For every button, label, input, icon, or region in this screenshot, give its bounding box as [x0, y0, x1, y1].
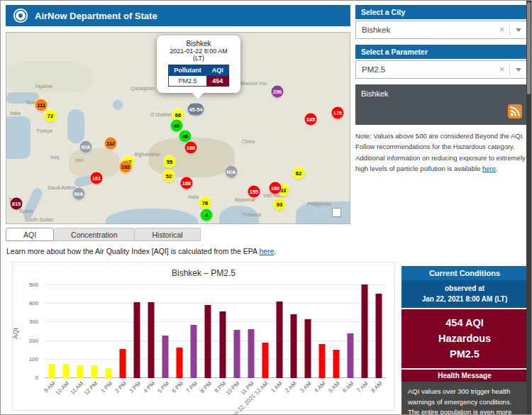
clear-icon[interactable]: × — [494, 25, 509, 35]
aqi-marker[interactable]: 76 — [199, 197, 211, 209]
aqi-marker[interactable]: 168 — [270, 182, 282, 194]
aqi-marker[interactable]: 166 — [185, 142, 197, 154]
map-country-label: Saudi Arabia — [48, 185, 76, 190]
observed-at: observed at Jan 22, 2021 8:00 AM (LT) — [401, 280, 528, 308]
aqi-marker[interactable]: 168 — [181, 177, 193, 189]
gridline — [45, 284, 386, 285]
chart-bar[interactable] — [304, 319, 311, 378]
map-country-label: China — [242, 139, 255, 144]
aqi-marker[interactable]: 55 — [164, 156, 176, 168]
popup-pollutant-value: PM2.5 — [169, 76, 207, 87]
chart-bar[interactable] — [106, 368, 112, 378]
chart-bar[interactable] — [205, 305, 211, 378]
select-parameter-label: Select a Parameter — [355, 45, 528, 59]
aqi-marker[interactable]: 48 — [171, 120, 183, 132]
map-control[interactable] — [332, 208, 341, 217]
chart-bar[interactable] — [347, 333, 353, 378]
tab-aqi[interactable]: AQI — [6, 228, 54, 241]
chart-bar[interactable] — [162, 336, 169, 378]
chart-bar[interactable] — [134, 302, 140, 378]
map-popup: Bishkek 2021-01-22 8:00 AM (LT) Pollutan… — [157, 35, 240, 93]
aqi-marker[interactable]: 155 — [248, 186, 260, 198]
popup-col-aqi: AQI — [206, 65, 228, 76]
aqi-marker[interactable]: 45-54 — [187, 104, 204, 116]
aqi-marker[interactable]: 52 — [163, 170, 175, 182]
chart-title: Bishkek – PM2.5 — [13, 268, 394, 278]
aqi-marker[interactable]: 250 — [272, 86, 284, 98]
y-tick: 300 — [29, 319, 38, 325]
tab-historical[interactable]: Historical — [135, 228, 200, 241]
map-water-caspian — [67, 109, 84, 143]
observed-at-time: Jan 22, 2021 8:00 AM (LT) — [401, 294, 528, 304]
chart-bar[interactable] — [177, 348, 183, 378]
rss-city-label: Bishkek — [361, 89, 389, 98]
aqi-marker[interactable]: 161 — [91, 172, 103, 184]
aqi-marker[interactable]: 72 — [45, 110, 57, 122]
chart-bar[interactable] — [233, 330, 240, 378]
aqi-marker[interactable]: 815 — [11, 198, 23, 210]
popup-table: Pollutant AQI PM2.5 454 — [168, 65, 229, 87]
map-country-label: Myanmar — [235, 197, 255, 202]
dropdown-caret-icon[interactable] — [509, 64, 527, 76]
rss-icon[interactable] — [508, 104, 522, 120]
parameter-select[interactable]: PM2.5 × — [355, 60, 528, 79]
chart-bar[interactable] — [191, 325, 197, 378]
chart-bar[interactable] — [262, 343, 268, 378]
popup-lt: (LT) — [160, 55, 238, 62]
y-axis-ticks: 0100200300400500 — [13, 285, 42, 378]
note-here-link[interactable]: here — [482, 165, 496, 172]
aqi-marker[interactable]: 112 — [105, 138, 117, 150]
aqi-category: Hazardous — [401, 331, 528, 347]
aqi-marker[interactable]: N/A — [80, 141, 92, 153]
note-body: Note: Values above 500 are considered Be… — [355, 132, 526, 172]
scrollbar-thumb[interactable] — [527, 2, 531, 94]
chart-bar[interactable] — [92, 365, 98, 378]
aqi-marker[interactable]: N/A — [73, 188, 85, 200]
app-title: AirNow Department of State — [35, 11, 157, 21]
chart-bar[interactable] — [77, 365, 84, 378]
chart-bar[interactable] — [49, 364, 55, 378]
aqi-marker[interactable]: 111 — [35, 99, 48, 111]
gridline — [45, 321, 386, 322]
chart-bar[interactable] — [219, 311, 226, 378]
chart-bar[interactable] — [375, 294, 382, 378]
x-axis-labels: 9 AM10 AM11 AM12 PM1 PM2 PM3 PM4 PM5 PM6… — [45, 378, 386, 407]
chart-bar[interactable] — [361, 284, 367, 378]
aqi-marker[interactable]: 102 — [120, 161, 132, 173]
y-tick: 100 — [29, 356, 38, 363]
learn-more-here-link[interactable]: here — [259, 247, 274, 255]
clear-icon[interactable]: × — [494, 65, 509, 74]
dropdown-caret-icon[interactable] — [509, 24, 527, 36]
chart-bar[interactable] — [290, 314, 297, 378]
tab-bar: AQIConcentrationHistorical — [6, 228, 201, 241]
chart-bar[interactable] — [63, 364, 70, 378]
parameter-select-value: PM2.5 — [356, 65, 494, 74]
aqi-value: 454 AQI — [401, 316, 528, 331]
aqi-marker[interactable]: 4 — [201, 209, 213, 221]
aqi-marker[interactable]: 62 — [293, 167, 305, 179]
chart-bar[interactable] — [248, 329, 254, 378]
chart-bar[interactable] — [120, 349, 126, 378]
current-conditions-header: Current Conditions — [401, 266, 528, 280]
tab-concentration[interactable]: Concentration — [54, 228, 135, 241]
aqi-marker[interactable]: 165 — [305, 114, 317, 126]
health-message-body: AQI values over 300 trigger health warni… — [401, 382, 528, 415]
city-select[interactable]: Bishkek × — [355, 21, 528, 39]
aqi-marker[interactable]: N/A — [226, 166, 238, 178]
aqi-marker[interactable]: 175 — [332, 107, 344, 119]
chart-bar[interactable] — [333, 350, 339, 378]
map-country-label: Türkiye — [36, 128, 52, 133]
aqi-marker[interactable]: 93 — [274, 199, 286, 211]
map-country-label: Qazaqstan — [131, 86, 155, 91]
chart-bar[interactable] — [318, 344, 325, 378]
map-canvas[interactable]: УкраїнаRomaniaItaliaTürkiyeQazaqstanOʻzb… — [6, 32, 350, 224]
note-period: . — [496, 165, 498, 172]
chart-bar[interactable] — [276, 301, 282, 378]
map-country-label: Україна — [35, 84, 52, 89]
aqi-marker[interactable]: 46 — [179, 131, 192, 143]
aqi-chart: Bishkek – PM2.5 AQI 0100200300400500 9 A… — [12, 262, 395, 411]
map-country-label: Italia — [10, 111, 21, 116]
health-message-header: Health Message — [401, 370, 528, 382]
scrollbar[interactable] — [526, 1, 531, 415]
chart-bar[interactable] — [148, 302, 155, 378]
